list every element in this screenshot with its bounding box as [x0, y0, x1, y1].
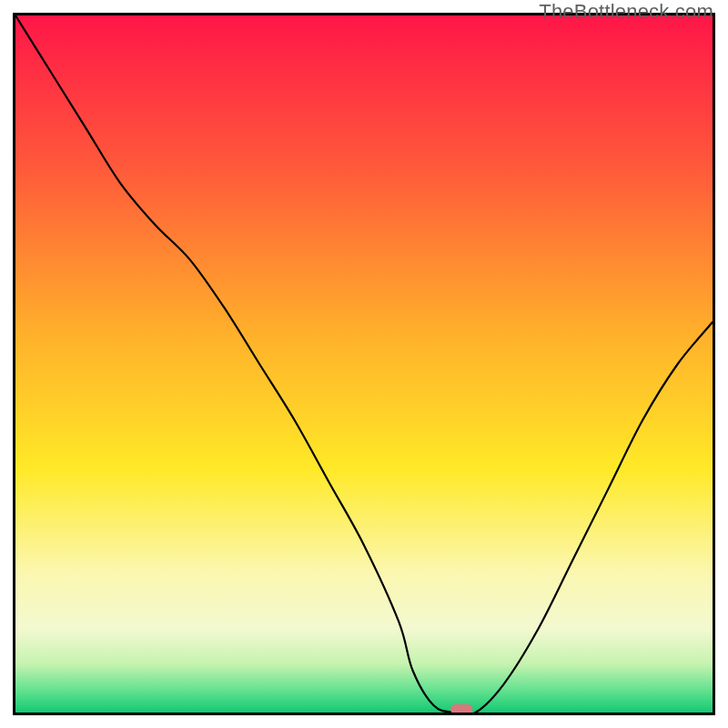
watermark-text: TheBottleneck.com: [539, 0, 713, 24]
minimum-marker: [450, 704, 472, 713]
chart-frame: TheBottleneck.com: [0, 0, 728, 728]
gradient-background: [15, 15, 713, 713]
plot-area: [13, 13, 715, 715]
plot-svg: [15, 15, 713, 713]
